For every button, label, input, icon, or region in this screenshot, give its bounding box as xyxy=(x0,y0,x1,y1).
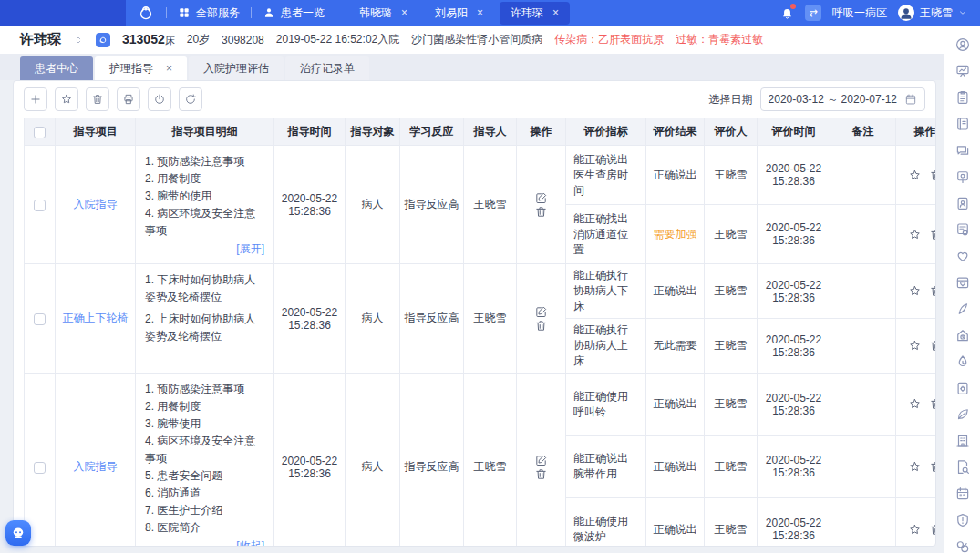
refresh-button[interactable] xyxy=(179,87,202,111)
nav-all-services[interactable]: 全部服务 xyxy=(178,5,240,21)
calendar-grid-icon[interactable] xyxy=(954,486,971,502)
trash-icon[interactable] xyxy=(929,397,937,411)
star-icon[interactable] xyxy=(908,284,922,298)
home-clock-icon[interactable] xyxy=(954,327,971,343)
table-row: 入院指导 1. 预防感染注意事项 2. 用餐制度 3. 腕带使用 4. 病区环境… xyxy=(25,374,937,436)
star-icon[interactable] xyxy=(908,339,922,353)
add-button[interactable] xyxy=(24,87,47,111)
clipboard-gear-icon[interactable] xyxy=(954,380,971,396)
remark xyxy=(830,205,896,264)
notebook-icon[interactable] xyxy=(954,116,971,132)
close-icon[interactable]: × xyxy=(401,7,407,18)
col-time: 指导时间 xyxy=(274,118,346,146)
trash-icon[interactable] xyxy=(929,284,937,298)
ai-assistant-button[interactable] xyxy=(5,520,31,546)
trash-icon[interactable] xyxy=(929,228,937,241)
tab-admission-assessment[interactable]: 入院护理评估 xyxy=(189,56,284,80)
clipboard-list-icon[interactable] xyxy=(954,89,971,106)
heart-care-icon[interactable] xyxy=(954,248,971,264)
eval-time: 2020-05-22 15:28:36 xyxy=(758,146,830,205)
star-icon[interactable] xyxy=(908,397,922,411)
shield-alert-icon[interactable] xyxy=(954,512,971,528)
calendar-icon xyxy=(904,93,917,106)
patient-tab-1[interactable]: 韩晓璐 × xyxy=(348,2,418,25)
col-target: 指导对象 xyxy=(346,118,400,146)
grid-icon xyxy=(178,6,191,19)
col-instructor: 指导人 xyxy=(464,118,517,146)
trash-icon[interactable] xyxy=(929,523,937,537)
star-icon[interactable] xyxy=(908,460,922,474)
pills-icon[interactable] xyxy=(954,538,971,553)
chart-board-icon[interactable] xyxy=(954,63,971,79)
close-icon[interactable]: × xyxy=(477,7,483,18)
chat-messages-icon[interactable] xyxy=(954,142,971,159)
tab-nursing-guidance-active[interactable]: 护理指导 × xyxy=(95,56,187,80)
nav-patient-list[interactable]: 患者一览 xyxy=(263,5,325,21)
star-icon[interactable] xyxy=(908,228,922,241)
leaf-icon[interactable] xyxy=(954,406,971,423)
clipboard-user-icon[interactable] xyxy=(954,195,971,211)
hospital-building-icon[interactable] xyxy=(954,433,971,449)
print-button[interactable] xyxy=(117,87,140,111)
content-card: 选择日期 2020-03-12 ～ 2020-07-12 指导项目 指导项目明细 xyxy=(13,80,936,547)
col-evaluator: 评价人 xyxy=(705,118,758,146)
topbar-dark-cap xyxy=(0,0,126,26)
row-checkbox[interactable] xyxy=(34,462,46,474)
delete-button[interactable] xyxy=(86,87,109,111)
tab-patient-center[interactable]: 患者中心 xyxy=(20,56,93,80)
tab-treatment-record[interactable]: 治疗记录单 xyxy=(285,56,369,80)
edit-icon[interactable] xyxy=(534,305,548,319)
trash-icon[interactable] xyxy=(534,467,548,481)
user-profile-icon[interactable] xyxy=(954,36,971,53)
switch-ward-icon[interactable]: ⇄ xyxy=(805,5,821,21)
app-logo-icon[interactable] xyxy=(137,4,155,22)
trash-icon[interactable] xyxy=(929,339,937,353)
star-icon[interactable] xyxy=(908,169,922,182)
row-checkbox[interactable] xyxy=(34,313,46,325)
date-range-picker[interactable]: 2020-03-12 ～ 2020-07-12 xyxy=(760,87,925,111)
trash-icon[interactable] xyxy=(534,319,548,333)
patient-tab-3-active[interactable]: 许玮琛 × xyxy=(500,2,570,25)
collapse-link[interactable]: [收起] xyxy=(236,539,264,547)
close-icon[interactable]: × xyxy=(166,62,172,75)
patient-tabs: 韩晓璐 × 刘易阳 × 许玮琛 × xyxy=(348,2,570,25)
evaluator: 王晓雪 xyxy=(705,435,758,498)
eval-result: 需要加强 xyxy=(646,205,705,264)
trash-icon[interactable] xyxy=(929,460,937,474)
topbar-right: ⇄ 呼吸一病区 王晓雪 xyxy=(780,5,980,21)
user-menu[interactable]: 王晓雪 xyxy=(898,5,967,21)
col-eval-actions: 操作 xyxy=(896,118,937,146)
patient-age: 20岁 xyxy=(187,32,210,47)
project-link[interactable]: 入院指导 xyxy=(74,460,118,473)
patient-switch-icon[interactable] xyxy=(96,33,110,47)
notification-dot xyxy=(790,4,796,9)
power-button[interactable] xyxy=(148,87,171,111)
certificate-doc-icon[interactable] xyxy=(954,221,971,238)
notification-bell-icon[interactable] xyxy=(780,5,794,20)
trash-icon[interactable] xyxy=(534,205,548,219)
feather-icon[interactable] xyxy=(954,301,971,317)
eval-indicator: 能正确使用微波炉 xyxy=(566,498,646,547)
chevron-down-icon xyxy=(958,8,967,17)
favorite-button[interactable] xyxy=(55,87,78,111)
project-link[interactable]: 正确上下轮椅 xyxy=(63,312,129,324)
edit-icon[interactable] xyxy=(534,191,548,205)
eval-time: 2020-05-22 15:28:36 xyxy=(758,498,830,547)
project-link[interactable]: 入院指导 xyxy=(74,198,118,210)
expand-link[interactable]: [展开] xyxy=(236,242,264,255)
patient-tab-2[interactable]: 刘易阳 × xyxy=(424,2,494,25)
patient-switch-sort-icon[interactable] xyxy=(73,34,84,46)
doc-search-icon[interactable] xyxy=(954,459,971,476)
drop-clock-icon[interactable] xyxy=(954,353,971,370)
date-filter-label: 选择日期 xyxy=(709,92,753,108)
calendar-heart-icon[interactable] xyxy=(954,274,971,291)
eval-result: 无此需要 xyxy=(646,319,705,374)
edit-icon[interactable] xyxy=(534,454,548,467)
device-monitor-icon[interactable] xyxy=(954,169,971,185)
close-icon[interactable]: × xyxy=(552,7,559,18)
trash-icon[interactable] xyxy=(929,169,937,182)
select-all-checkbox[interactable] xyxy=(34,127,46,138)
star-icon[interactable] xyxy=(908,523,922,537)
eval-indicator: 能正确使用呼叫铃 xyxy=(566,374,646,436)
row-checkbox[interactable] xyxy=(34,200,46,211)
